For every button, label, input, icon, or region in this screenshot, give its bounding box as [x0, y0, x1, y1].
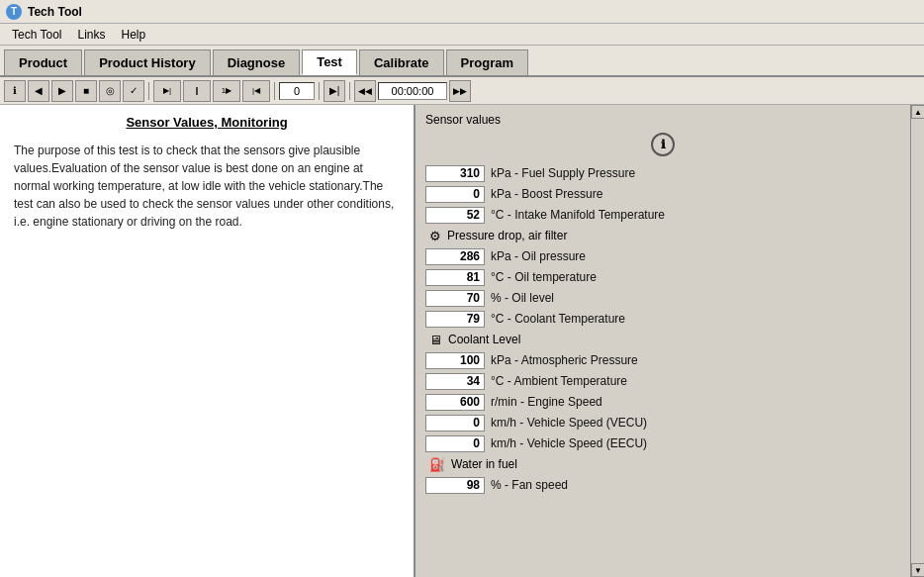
- sensor-row-oil-temp: 81 °C - Oil temperature: [425, 268, 900, 286]
- view-button[interactable]: ◎: [99, 80, 121, 102]
- sensor-label-engine-speed: r/min - Engine Speed: [491, 395, 602, 409]
- sensor-value-intake-temp: 52: [425, 207, 485, 224]
- air-filter-label: Pressure drop, air filter: [447, 229, 567, 242]
- menu-item-techtool[interactable]: Tech Tool: [4, 26, 69, 44]
- scrollbar-down[interactable]: ▼: [911, 563, 924, 577]
- sensor-label-ambient-temp: °C - Ambient Temperature: [491, 374, 627, 388]
- stop-button[interactable]: ■: [75, 80, 97, 102]
- toolbar-separator-3: [319, 82, 320, 100]
- scrollbar-track: [911, 119, 924, 563]
- toolbar-separator-2: [274, 82, 275, 100]
- info-icon-row: ℹ: [425, 133, 900, 156]
- right-panel: Sensor values ℹ 310 kPa - Fuel Supply Pr…: [416, 105, 910, 577]
- sensor-value-fuel-pressure: 310: [425, 165, 485, 182]
- check-button[interactable]: ✓: [123, 80, 144, 102]
- main-content: Sensor Values, Monitoring The purpose of…: [0, 105, 924, 577]
- section-water-fuel: ⛽ Water in fuel: [425, 455, 900, 473]
- tab-calibrate[interactable]: Calibrate: [359, 49, 444, 75]
- sensor-value-oil-pressure: 286: [425, 248, 485, 265]
- step-fwd-button[interactable]: ▶|: [153, 80, 181, 102]
- page-input[interactable]: [279, 82, 315, 100]
- sensor-label-intake-temp: °C - Intake Manifold Temperature: [491, 208, 665, 222]
- left-panel-description: The purpose of this test is to check tha…: [14, 142, 400, 231]
- coolant-level-icon: 🖥: [429, 333, 442, 347]
- left-panel: Sensor Values, Monitoring The purpose of…: [0, 105, 416, 577]
- sensor-label-fan-speed: % - Fan speed: [491, 478, 568, 492]
- sensor-row-engine-speed: 600 r/min - Engine Speed: [425, 393, 900, 411]
- sensor-label-boost-pressure: kPa - Boost Pressure: [491, 187, 602, 201]
- play-button[interactable]: ▶: [51, 80, 73, 102]
- sensor-row-ambient-temp: 34 °C - Ambient Temperature: [425, 372, 900, 390]
- sensor-row-coolant-temp: 79 °C - Coolant Temperature: [425, 310, 900, 328]
- sensor-value-coolant-temp: 79: [425, 311, 485, 328]
- menu-item-help[interactable]: Help: [114, 26, 154, 44]
- menu-item-links[interactable]: Links: [69, 26, 113, 44]
- sensor-label-oil-pressure: kPa - Oil pressure: [491, 249, 586, 263]
- sensor-label-vehicle-speed-vecu: km/h - Vehicle Speed (VECU): [491, 416, 647, 430]
- sensor-value-atm-pressure: 100: [425, 352, 485, 369]
- scrollbar-up[interactable]: ▲: [911, 105, 924, 119]
- toolbar: ℹ ◀ ▶ ■ ◎ ✓ ▶| ‖ 1▶ |◀ ▶| ◀◀ 00:00:00 ▶▶: [0, 77, 924, 105]
- toolbar-separator-1: [148, 82, 149, 100]
- sensor-label-atm-pressure: kPa - Atmospheric Pressure: [491, 353, 638, 367]
- section-air-filter: ⚙ Pressure drop, air filter: [425, 227, 900, 244]
- toolbar-separator-4: [349, 82, 350, 100]
- skip-end-button[interactable]: |◀: [242, 80, 270, 102]
- sensor-value-ambient-temp: 34: [425, 373, 485, 390]
- menu-bar: Tech Tool Links Help: [0, 24, 924, 46]
- sensor-value-vehicle-speed-eecu: 0: [425, 435, 485, 452]
- sensor-value-oil-temp: 81: [425, 269, 485, 286]
- sensor-label-vehicle-speed-eecu: km/h - Vehicle Speed (EECU): [491, 436, 647, 450]
- section-coolant-level: 🖥 Coolant Level: [425, 331, 900, 348]
- air-filter-icon: ⚙: [429, 229, 441, 243]
- sensor-row-vehicle-speed-eecu: 0 km/h - Vehicle Speed (EECU): [425, 434, 900, 452]
- fastfwd-button[interactable]: ▶▶: [449, 80, 471, 102]
- sensor-value-boost-pressure: 0: [425, 186, 485, 203]
- back-button[interactable]: ◀: [28, 80, 49, 102]
- app-title: Tech Tool: [28, 5, 82, 19]
- rewind-button[interactable]: ◀◀: [354, 80, 376, 102]
- info-button[interactable]: ℹ: [4, 80, 26, 102]
- sensor-row-vehicle-speed-vecu: 0 km/h - Vehicle Speed (VECU): [425, 414, 900, 432]
- sensor-row-fan-speed: 98 % - Fan speed: [425, 476, 900, 494]
- pause-button[interactable]: ‖: [183, 80, 211, 102]
- sensor-value-engine-speed: 600: [425, 394, 485, 411]
- step-one-button[interactable]: 1▶: [213, 80, 240, 102]
- tab-program[interactable]: Program: [446, 49, 528, 75]
- coolant-level-label: Coolant Level: [448, 333, 520, 346]
- app-icon: T: [6, 4, 22, 20]
- sensor-row-atm-pressure: 100 kPa - Atmospheric Pressure: [425, 351, 900, 369]
- time-display: 00:00:00: [378, 82, 447, 100]
- sensor-label-oil-temp: °C - Oil temperature: [491, 270, 597, 284]
- sensor-row-oil-level: 70 % - Oil level: [425, 289, 900, 307]
- water-fuel-label: Water in fuel: [451, 457, 517, 471]
- next-button[interactable]: ▶|: [323, 80, 345, 102]
- tab-product[interactable]: Product: [4, 49, 82, 75]
- tab-test[interactable]: Test: [302, 49, 357, 75]
- sensor-row-intake-temp: 52 °C - Intake Manifold Temperature: [425, 206, 900, 224]
- sensor-value-oil-level: 70: [425, 290, 485, 307]
- sensor-info-icon[interactable]: ℹ: [651, 133, 675, 156]
- sensor-row-fuel-pressure: 310 kPa - Fuel Supply Pressure: [425, 164, 900, 182]
- tab-diagnose[interactable]: Diagnose: [213, 49, 301, 75]
- sensor-row-oil-pressure: 286 kPa - Oil pressure: [425, 247, 900, 265]
- sensor-label-coolant-temp: °C - Coolant Temperature: [491, 312, 625, 326]
- water-fuel-icon: ⛽: [429, 457, 445, 472]
- sensor-values-title: Sensor values: [425, 113, 900, 127]
- title-bar: T Tech Tool: [0, 0, 924, 24]
- sensor-value-vehicle-speed-vecu: 0: [425, 415, 485, 432]
- right-scrollbar: ▲ ▼: [910, 105, 924, 577]
- sensor-value-fan-speed: 98: [425, 477, 485, 494]
- tab-product-history[interactable]: Product History: [84, 49, 211, 75]
- sensor-row-boost-pressure: 0 kPa - Boost Pressure: [425, 185, 900, 203]
- left-panel-title: Sensor Values, Monitoring: [14, 115, 400, 130]
- sensor-label-fuel-pressure: kPa - Fuel Supply Pressure: [491, 166, 635, 180]
- nav-tabs: Product Product History Diagnose Test Ca…: [0, 46, 924, 77]
- sensor-label-oil-level: % - Oil level: [491, 291, 554, 305]
